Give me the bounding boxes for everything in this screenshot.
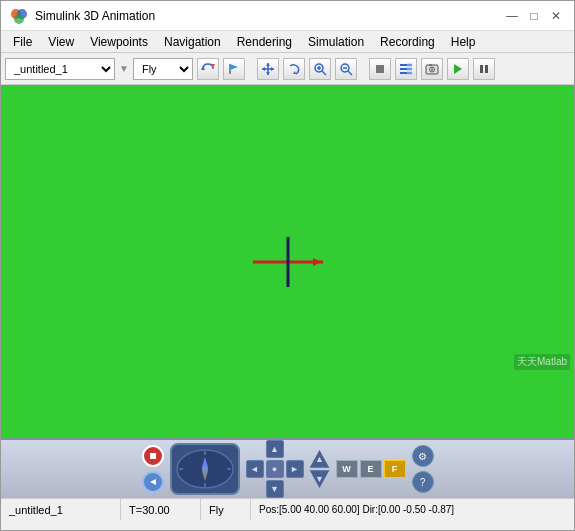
scene-select-arrow: ▼: [119, 63, 129, 74]
zoom-out-wedge[interactable]: ▼: [310, 470, 330, 488]
title-bar: Simulink 3D Animation — □ ✕: [1, 1, 574, 31]
svg-point-43: [202, 466, 208, 472]
nav-stop-button[interactable]: [142, 445, 164, 467]
pause-button[interactable]: [473, 58, 495, 80]
svg-marker-33: [313, 258, 321, 266]
nav-panel: ▲ ◄ ● ► ▼ ▲ ▼ W E F: [1, 438, 574, 498]
play-button[interactable]: [447, 58, 469, 80]
status-time: T=30.00: [121, 499, 201, 520]
svg-marker-8: [266, 72, 270, 75]
flag-button[interactable]: [223, 58, 245, 80]
title-bar-controls: — □ ✕: [502, 6, 566, 26]
menu-file[interactable]: File: [5, 33, 40, 51]
maximize-button[interactable]: □: [524, 6, 544, 26]
svg-rect-19: [376, 65, 384, 73]
menu-rendering[interactable]: Rendering: [229, 33, 300, 51]
direction-buttons: ▲ ◄ ● ► ▼: [246, 440, 304, 498]
center-button[interactable]: ●: [266, 460, 284, 478]
status-scene: _untitled_1: [1, 499, 121, 520]
nav-back-button[interactable]: [142, 471, 164, 493]
left-button[interactable]: ◄: [246, 460, 264, 478]
svg-marker-10: [271, 67, 274, 71]
zoom-controls: ▲ ▼: [310, 450, 330, 488]
svg-marker-35: [150, 479, 156, 485]
compass[interactable]: [170, 443, 240, 495]
move-button[interactable]: [257, 58, 279, 80]
help-button[interactable]: ?: [412, 471, 434, 493]
menu-simulation[interactable]: Simulation: [300, 33, 372, 51]
scene-select[interactable]: _untitled_1: [5, 58, 115, 80]
extra-buttons: ⚙ ?: [412, 445, 434, 493]
svg-marker-28: [454, 64, 462, 74]
svg-rect-23: [407, 63, 412, 75]
mode-f-button[interactable]: F: [384, 460, 406, 478]
mode-e-button[interactable]: E: [360, 460, 382, 478]
menu-help[interactable]: Help: [443, 33, 484, 51]
app-icon: [9, 6, 29, 26]
zoom-in-wedge[interactable]: ▲: [310, 450, 330, 468]
menu-navigation[interactable]: Navigation: [156, 33, 229, 51]
nav-select[interactable]: Fly Walk Examine: [133, 58, 193, 80]
svg-rect-29: [480, 65, 483, 73]
status-position: Pos:[5.00 40.00 60.00] Dir:[0.00 -0.50 -…: [251, 499, 574, 520]
title-text: Simulink 3D Animation: [35, 9, 155, 23]
airplane-model: [243, 232, 333, 292]
settings-button[interactable]: ⚙: [412, 445, 434, 467]
mode-w-button[interactable]: W: [336, 460, 358, 478]
zoom-out-button[interactable]: [335, 58, 357, 80]
status-nav-mode: Fly: [201, 499, 251, 520]
status-bar: _untitled_1 T=30.00 Fly Pos:[5.00 40.00 …: [1, 498, 574, 520]
zoom-in-button[interactable]: [309, 58, 331, 80]
stop-button[interactable]: [369, 58, 391, 80]
minimize-button[interactable]: —: [502, 6, 522, 26]
svg-line-13: [322, 71, 326, 75]
mode-buttons: W E F: [336, 460, 406, 478]
svg-rect-30: [485, 65, 488, 73]
watermark: 天天Matlab: [514, 354, 570, 370]
svg-marker-3: [201, 66, 205, 70]
svg-point-2: [14, 14, 24, 24]
rotate-button[interactable]: [283, 58, 305, 80]
svg-point-26: [430, 68, 433, 71]
snapshot-button[interactable]: [421, 58, 443, 80]
view-list-button[interactable]: [395, 58, 417, 80]
svg-rect-27: [429, 64, 432, 66]
viewport[interactable]: 天天Matlab: [1, 85, 574, 438]
svg-marker-7: [266, 63, 270, 66]
up-button[interactable]: ▲: [266, 440, 284, 458]
right-button[interactable]: ►: [286, 460, 304, 478]
menu-view[interactable]: View: [40, 33, 82, 51]
close-button[interactable]: ✕: [546, 6, 566, 26]
menu-recording[interactable]: Recording: [372, 33, 443, 51]
down-button[interactable]: ▼: [266, 480, 284, 498]
menu-viewpoints[interactable]: Viewpoints: [82, 33, 156, 51]
svg-marker-9: [262, 67, 265, 71]
svg-marker-11: [293, 71, 296, 74]
svg-line-17: [348, 71, 352, 75]
svg-marker-6: [230, 64, 238, 70]
menu-bar: File View Viewpoints Navigation Renderin…: [1, 31, 574, 53]
svg-rect-34: [150, 453, 156, 459]
toolbar: _untitled_1 ▼ Fly Walk Examine: [1, 53, 574, 85]
reset-view-button[interactable]: [197, 58, 219, 80]
